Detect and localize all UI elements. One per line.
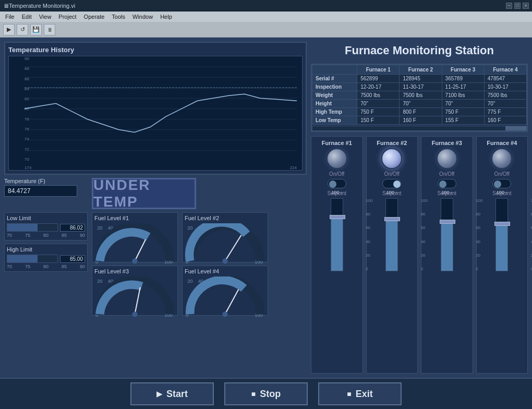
exit-button[interactable]: ■ Exit — [318, 382, 402, 405]
menu-help[interactable]: Help — [157, 14, 175, 20]
high-limit-input[interactable] — [60, 255, 85, 263]
high-limit-slider[interactable] — [7, 255, 58, 263]
titlebar: 🖥 Temperature Monitoring.vi − □ × — [0, 0, 532, 11]
table-scrollbar[interactable] — [312, 126, 527, 131]
fuel-2-gauge: 20 40 60 80 100 0 — [185, 223, 265, 260]
menu-project[interactable]: Project — [55, 14, 79, 20]
furnace-3-handle[interactable] — [440, 220, 455, 224]
fuel-gauge-2: Fuel Level #2 20 40 60 80 100 0 — [182, 212, 268, 262]
row-label-inspection: Inspection — [312, 83, 357, 91]
toolbar-save[interactable]: 💾 — [30, 24, 42, 35]
furnace-2-col: Furnace #2 On/Off Setpoint 100 - 1008060… — [366, 136, 418, 374]
furnace-1-handle[interactable] — [330, 215, 345, 219]
high-limit-scale: 7075808590 — [7, 264, 85, 269]
scrollbar-thumb — [505, 126, 526, 130]
svg-text:20: 20 — [97, 279, 102, 284]
table-row: Low Temp 150 F 160 F 155 F 160 F — [312, 116, 527, 125]
toolbar: ▶ ↺ 💾 ⏸ — [0, 22, 532, 38]
menu-window[interactable]: Window — [129, 14, 156, 20]
furnace-3-toggle[interactable] — [438, 179, 456, 188]
furnace-2-knob — [393, 181, 401, 188]
toolbar-run[interactable]: ▶ — [3, 24, 15, 35]
fuel-gauge-4: Fuel Level #4 20 40 60 80 100 0 — [182, 266, 268, 316]
low-limit-input[interactable] — [60, 224, 85, 232]
fuel-4-title: Fuel Level #4 — [185, 268, 265, 274]
furnace-4-toggle[interactable] — [492, 179, 511, 188]
fuel-gauges-section: Fuel Level #1 20 40 60 80 100 0 — [92, 212, 307, 316]
furnace-3-light — [437, 148, 457, 169]
menu-operate[interactable]: Operate — [81, 14, 108, 20]
temperature-label: Temperature (F) — [4, 178, 88, 184]
furnace-3-col: Furnace #3 On/Off Setpoint 100 - 1008060… — [421, 136, 473, 374]
furnace-2-track[interactable] — [385, 198, 398, 271]
table-row: Height 70" 70" 70" 70" — [312, 100, 527, 108]
furnace-3-onoff-label: On/Off — [439, 171, 454, 177]
stop-button[interactable]: ■ Stop — [224, 382, 308, 405]
cell-f3-lowtemp: 155 F — [442, 116, 484, 125]
start-button[interactable]: ▶ Start — [130, 382, 214, 405]
minimize-button[interactable]: − — [506, 3, 512, 9]
cell-f1-hightemp: 750 F — [357, 108, 400, 116]
stop-label: Stop — [260, 389, 281, 400]
chart-container: Temperature History 9088868482 807876747… — [4, 42, 307, 175]
toolbar-redo[interactable]: ↺ — [17, 24, 28, 35]
furnace-3-knob — [439, 181, 446, 188]
exit-label: Exit — [356, 389, 373, 400]
furnace-2-toggle[interactable] — [382, 179, 401, 188]
under-temp-display: UNDER TEMP — [92, 178, 196, 209]
menu-tools[interactable]: Tools — [108, 14, 128, 20]
bottom-bar: ▶ Start ■ Stop ■ Exit — [0, 378, 532, 409]
cell-f2-hightemp: 800 F — [400, 108, 442, 116]
toolbar-pause[interactable]: ⏸ — [44, 24, 55, 35]
under-temp-text: UNDER TEMP — [93, 177, 195, 210]
furnace-2-handle[interactable] — [384, 217, 400, 221]
furnace-4-light — [491, 148, 512, 169]
menu-view[interactable]: View — [36, 14, 55, 20]
menu-edit[interactable]: Edit — [19, 14, 35, 20]
row-label-hightemp: High Temp — [312, 108, 357, 116]
menu-file[interactable]: File — [2, 14, 18, 20]
furnace-4-onoff-label: On/Off — [494, 171, 510, 177]
cell-f3-serial: 365789 — [442, 75, 484, 83]
furnace-1-setpoint: 100 - 100806040200 — [313, 198, 360, 282]
furnace-4-handle[interactable] — [494, 222, 510, 226]
fuel-1-title: Fuel Level #1 — [94, 215, 175, 221]
left-panel: Temperature History 9088868482 807876747… — [4, 42, 307, 374]
furnace-3-track[interactable] — [441, 198, 453, 271]
x-axis: 174 224 — [25, 165, 297, 170]
furnace-4-setpoint-value: 100 - — [497, 190, 507, 195]
main-content: Temperature History 9088868482 807876747… — [0, 38, 532, 378]
furnace-4-track[interactable] — [495, 198, 508, 271]
low-limit-title: Low Limit — [7, 215, 85, 221]
high-limit-row — [7, 255, 85, 263]
furnace-2-setpoint-value: 100 - — [386, 190, 397, 195]
furnace-2-light — [381, 148, 402, 169]
svg-text:20: 20 — [187, 279, 192, 284]
furnace-4-col: Furnace #4 On/Off Setpoint 100 - 1008060… — [476, 136, 528, 374]
maximize-button[interactable]: □ — [514, 3, 521, 9]
svg-line-16 — [135, 239, 146, 261]
furnace-1-knob — [329, 181, 336, 188]
furnace-1-toggle[interactable] — [328, 179, 346, 188]
furnace-controls: Furnace #1 On/Off Setpoint 100 - 1008060… — [311, 136, 528, 374]
start-icon: ▶ — [156, 390, 162, 398]
svg-point-33 — [132, 311, 137, 317]
close-button[interactable]: × — [523, 3, 529, 9]
high-limit-fill — [7, 255, 38, 262]
svg-point-41 — [222, 311, 227, 317]
svg-text:20: 20 — [187, 225, 192, 231]
furnace-1-title: Furnace #1 — [322, 140, 352, 146]
cell-f2-lowtemp: 160 F — [400, 116, 442, 125]
row-label-weight: Weight — [312, 91, 357, 100]
exit-icon: ■ — [347, 390, 351, 398]
row-label-serial: Serial # — [312, 75, 357, 83]
low-limit-slider[interactable] — [7, 223, 58, 232]
temperature-value[interactable] — [4, 185, 77, 197]
cell-f1-inspection: 12-20-17 — [357, 83, 400, 91]
col-header-f1: Furnace 1 — [357, 65, 400, 75]
svg-point-17 — [132, 258, 137, 263]
svg-line-40 — [225, 290, 239, 315]
furnace-1-track[interactable] — [331, 198, 343, 271]
station-title: Furnace Monitoring Station — [311, 42, 528, 59]
furnace-4-fill — [496, 224, 507, 271]
